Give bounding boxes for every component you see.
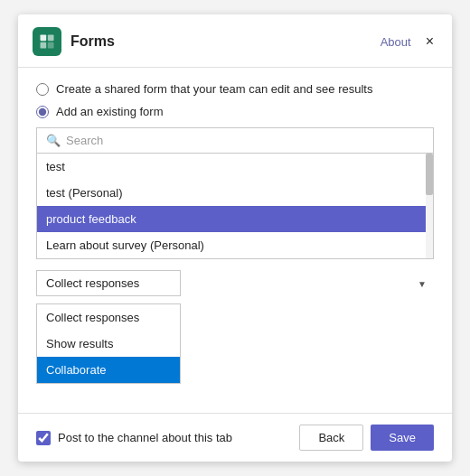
dropdown-arrow-icon: ▼ — [418, 278, 427, 288]
dialog-header: Forms About × — [18, 14, 452, 68]
scrollbar-thumb[interactable] — [426, 154, 433, 195]
dialog-body: Create a shared form that your team can … — [18, 68, 452, 398]
shared-form-label: Create a shared form that your team can … — [56, 82, 372, 96]
footer-buttons: Back Save — [299, 425, 434, 451]
dialog-footer: Post to the channel about this tab Back … — [18, 413, 452, 462]
form-item-learn-survey[interactable]: Learn about survey (Personal) — [37, 232, 433, 258]
svg-rect-0 — [41, 35, 47, 42]
about-link[interactable]: About — [381, 35, 411, 49]
action-list: Collect responses Show results Collabora… — [36, 303, 181, 384]
existing-form-option[interactable]: Add an existing form — [36, 105, 434, 118]
form-item-product-feedback[interactable]: product feedback — [37, 206, 433, 232]
back-button[interactable]: Back — [299, 425, 363, 451]
dropdown-container: Collect responses Show results Collabora… — [36, 270, 434, 296]
form-list-inner[interactable]: test test (Personal) product feedback Le… — [37, 154, 433, 258]
svg-rect-3 — [48, 42, 54, 49]
action-section: Collect responses Show results Collabora… — [36, 270, 434, 384]
scrollbar-track — [426, 154, 433, 258]
action-item-collaborate[interactable]: Collaborate — [37, 357, 180, 383]
post-checkbox-area: Post to the channel about this tab — [36, 431, 299, 445]
post-checkbox[interactable] — [36, 431, 51, 445]
form-list-wrapper: test test (Personal) product feedback Le… — [37, 154, 433, 258]
dialog-title: Forms — [70, 33, 381, 50]
header-actions: About × — [381, 33, 437, 51]
forms-dialog: Forms About × Create a shared form that … — [18, 14, 452, 462]
form-item-test-personal[interactable]: test (Personal) — [37, 180, 433, 206]
search-input[interactable] — [66, 134, 424, 147]
form-item-test[interactable]: test — [37, 154, 433, 180]
existing-form-radio[interactable] — [36, 106, 49, 118]
action-item-show[interactable]: Show results — [37, 331, 180, 357]
shared-form-radio[interactable] — [36, 83, 49, 96]
form-list: test test (Personal) product feedback Le… — [36, 153, 434, 259]
action-item-collect[interactable]: Collect responses — [37, 304, 180, 331]
existing-form-label: Add an existing form — [56, 105, 164, 118]
search-icon: 🔍 — [46, 134, 61, 147]
svg-rect-1 — [48, 35, 54, 42]
search-box: 🔍 — [36, 127, 434, 153]
close-button[interactable]: × — [422, 33, 437, 51]
save-button[interactable]: Save — [371, 425, 434, 451]
svg-rect-2 — [41, 42, 47, 49]
app-icon — [33, 27, 61, 56]
post-label: Post to the channel about this tab — [58, 431, 232, 444]
shared-form-option[interactable]: Create a shared form that your team can … — [36, 82, 434, 96]
action-dropdown[interactable]: Collect responses Show results Collabora… — [36, 270, 181, 296]
